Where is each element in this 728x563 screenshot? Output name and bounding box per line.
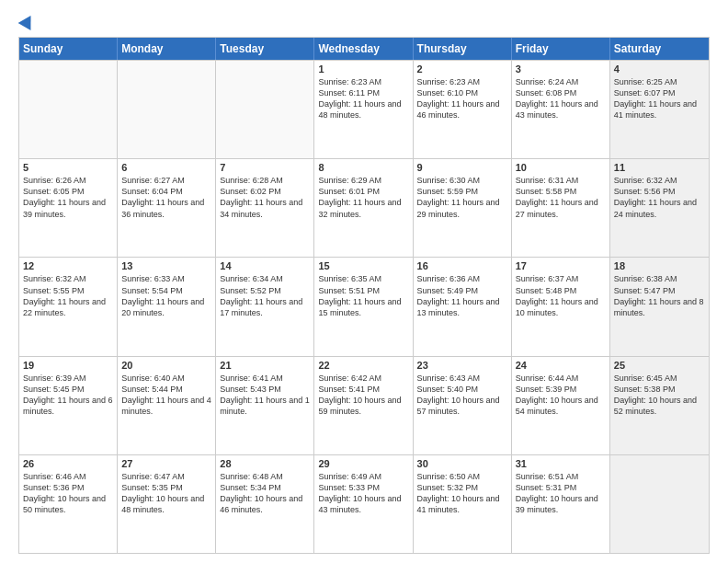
day-info: Sunrise: 6:51 AM Sunset: 5:31 PM Dayligh… (516, 471, 606, 516)
day-cell-10: 10Sunrise: 6:31 AM Sunset: 5:58 PM Dayli… (512, 159, 610, 257)
day-number: 2 (417, 63, 507, 75)
page: SundayMondayTuesdayWednesdayThursdayFrid… (0, 0, 728, 563)
day-number: 7 (220, 162, 310, 173)
day-info: Sunrise: 6:29 AM Sunset: 6:01 PM Dayligh… (318, 175, 408, 220)
day-info: Sunrise: 6:43 AM Sunset: 5:40 PM Dayligh… (417, 373, 507, 418)
day-number: 26 (23, 458, 113, 469)
day-number: 14 (220, 260, 310, 271)
logo (18, 15, 35, 29)
day-number: 4 (614, 63, 705, 75)
day-info: Sunrise: 6:32 AM Sunset: 5:56 PM Dayligh… (614, 175, 705, 220)
weekday-header-wednesday: Wednesday (314, 38, 413, 60)
day-info: Sunrise: 6:38 AM Sunset: 5:47 PM Dayligh… (614, 273, 705, 318)
day-number: 29 (318, 458, 408, 469)
day-info: Sunrise: 6:49 AM Sunset: 5:33 PM Dayligh… (318, 471, 408, 516)
day-cell-27: 27Sunrise: 6:47 AM Sunset: 5:35 PM Dayli… (118, 455, 216, 553)
day-info: Sunrise: 6:44 AM Sunset: 5:39 PM Dayligh… (516, 373, 606, 418)
day-cell-19: 19Sunrise: 6:39 AM Sunset: 5:45 PM Dayli… (19, 357, 118, 454)
day-cell-5: 5Sunrise: 6:26 AM Sunset: 6:05 PM Daylig… (19, 159, 118, 257)
day-number: 28 (220, 458, 310, 469)
day-cell-23: 23Sunrise: 6:43 AM Sunset: 5:40 PM Dayli… (414, 357, 512, 454)
day-cell-24: 24Sunrise: 6:44 AM Sunset: 5:39 PM Dayli… (512, 357, 610, 454)
day-info: Sunrise: 6:41 AM Sunset: 5:43 PM Dayligh… (220, 373, 310, 418)
day-info: Sunrise: 6:25 AM Sunset: 6:07 PM Dayligh… (614, 76, 705, 121)
day-info: Sunrise: 6:50 AM Sunset: 5:32 PM Dayligh… (417, 471, 507, 516)
day-number: 12 (23, 260, 113, 271)
day-info: Sunrise: 6:24 AM Sunset: 6:08 PM Dayligh… (516, 76, 606, 121)
day-cell-22: 22Sunrise: 6:42 AM Sunset: 5:41 PM Dayli… (314, 357, 413, 454)
day-number: 27 (121, 458, 211, 469)
empty-cell-r0c2 (216, 61, 314, 158)
day-number: 17 (516, 260, 606, 271)
day-cell-15: 15Sunrise: 6:35 AM Sunset: 5:51 PM Dayli… (314, 258, 413, 355)
day-number: 18 (614, 260, 705, 271)
day-info: Sunrise: 6:27 AM Sunset: 6:04 PM Dayligh… (121, 175, 211, 220)
day-cell-9: 9Sunrise: 6:30 AM Sunset: 5:59 PM Daylig… (414, 159, 512, 257)
day-cell-8: 8Sunrise: 6:29 AM Sunset: 6:01 PM Daylig… (314, 159, 413, 257)
day-info: Sunrise: 6:28 AM Sunset: 6:02 PM Dayligh… (220, 175, 310, 220)
weekday-header-thursday: Thursday (414, 38, 512, 60)
day-cell-26: 26Sunrise: 6:46 AM Sunset: 5:36 PM Dayli… (19, 455, 118, 553)
day-number: 30 (417, 458, 507, 469)
calendar-header: SundayMondayTuesdayWednesdayThursdayFrid… (19, 38, 709, 60)
day-number: 15 (318, 260, 408, 271)
weekday-header-friday: Friday (512, 38, 610, 60)
day-number: 3 (516, 63, 606, 75)
day-cell-31: 31Sunrise: 6:51 AM Sunset: 5:31 PM Dayli… (512, 455, 610, 553)
day-cell-21: 21Sunrise: 6:41 AM Sunset: 5:43 PM Dayli… (216, 357, 314, 454)
day-info: Sunrise: 6:45 AM Sunset: 5:38 PM Dayligh… (614, 373, 705, 418)
weekday-header-tuesday: Tuesday (216, 38, 314, 60)
header (18, 15, 710, 29)
day-number: 13 (121, 260, 211, 271)
weekday-header-monday: Monday (118, 38, 216, 60)
day-cell-16: 16Sunrise: 6:36 AM Sunset: 5:49 PM Dayli… (414, 258, 512, 355)
calendar-body: 1Sunrise: 6:23 AM Sunset: 6:11 PM Daylig… (19, 60, 709, 553)
day-number: 31 (516, 458, 606, 469)
day-info: Sunrise: 6:34 AM Sunset: 5:52 PM Dayligh… (220, 273, 310, 318)
day-cell-28: 28Sunrise: 6:48 AM Sunset: 5:34 PM Dayli… (216, 455, 314, 553)
day-cell-17: 17Sunrise: 6:37 AM Sunset: 5:48 PM Dayli… (512, 258, 610, 355)
day-number: 5 (23, 162, 113, 173)
day-number: 19 (23, 360, 113, 371)
day-number: 22 (318, 360, 408, 371)
weekday-header-sunday: Sunday (19, 38, 118, 60)
empty-cell-r0c0 (19, 61, 118, 158)
day-cell-2: 2Sunrise: 6:23 AM Sunset: 6:10 PM Daylig… (414, 61, 512, 158)
day-cell-30: 30Sunrise: 6:50 AM Sunset: 5:32 PM Dayli… (414, 455, 512, 553)
day-number: 11 (614, 162, 705, 173)
day-info: Sunrise: 6:33 AM Sunset: 5:54 PM Dayligh… (121, 273, 211, 318)
weekday-header-saturday: Saturday (610, 38, 709, 60)
day-cell-25: 25Sunrise: 6:45 AM Sunset: 5:38 PM Dayli… (610, 357, 709, 454)
day-number: 10 (516, 162, 606, 173)
day-info: Sunrise: 6:42 AM Sunset: 5:41 PM Dayligh… (318, 373, 408, 418)
calendar: SundayMondayTuesdayWednesdayThursdayFrid… (18, 37, 710, 554)
day-info: Sunrise: 6:23 AM Sunset: 6:11 PM Dayligh… (318, 76, 408, 121)
day-info: Sunrise: 6:48 AM Sunset: 5:34 PM Dayligh… (220, 471, 310, 516)
day-info: Sunrise: 6:46 AM Sunset: 5:36 PM Dayligh… (23, 471, 113, 516)
calendar-row-0: 1Sunrise: 6:23 AM Sunset: 6:11 PM Daylig… (19, 60, 709, 158)
day-cell-4: 4Sunrise: 6:25 AM Sunset: 6:07 PM Daylig… (610, 61, 709, 158)
day-cell-3: 3Sunrise: 6:24 AM Sunset: 6:08 PM Daylig… (512, 61, 610, 158)
day-cell-7: 7Sunrise: 6:28 AM Sunset: 6:02 PM Daylig… (216, 159, 314, 257)
day-number: 21 (220, 360, 310, 371)
day-info: Sunrise: 6:26 AM Sunset: 6:05 PM Dayligh… (23, 175, 113, 220)
day-info: Sunrise: 6:31 AM Sunset: 5:58 PM Dayligh… (516, 175, 606, 220)
day-info: Sunrise: 6:36 AM Sunset: 5:49 PM Dayligh… (417, 273, 507, 318)
day-cell-11: 11Sunrise: 6:32 AM Sunset: 5:56 PM Dayli… (610, 159, 709, 257)
day-info: Sunrise: 6:40 AM Sunset: 5:44 PM Dayligh… (121, 373, 211, 418)
day-number: 6 (121, 162, 211, 173)
day-cell-6: 6Sunrise: 6:27 AM Sunset: 6:04 PM Daylig… (118, 159, 216, 257)
day-cell-14: 14Sunrise: 6:34 AM Sunset: 5:52 PM Dayli… (216, 258, 314, 355)
day-cell-12: 12Sunrise: 6:32 AM Sunset: 5:55 PM Dayli… (19, 258, 118, 355)
day-number: 25 (614, 360, 705, 371)
day-number: 24 (516, 360, 606, 371)
day-info: Sunrise: 6:30 AM Sunset: 5:59 PM Dayligh… (417, 175, 507, 220)
day-number: 16 (417, 260, 507, 271)
day-info: Sunrise: 6:35 AM Sunset: 5:51 PM Dayligh… (318, 273, 408, 318)
day-cell-1: 1Sunrise: 6:23 AM Sunset: 6:11 PM Daylig… (314, 61, 413, 158)
calendar-row-2: 12Sunrise: 6:32 AM Sunset: 5:55 PM Dayli… (19, 257, 709, 355)
logo-triangle-icon (18, 12, 38, 30)
empty-cell-r0c1 (118, 61, 216, 158)
day-info: Sunrise: 6:47 AM Sunset: 5:35 PM Dayligh… (121, 471, 211, 516)
calendar-row-1: 5Sunrise: 6:26 AM Sunset: 6:05 PM Daylig… (19, 158, 709, 257)
